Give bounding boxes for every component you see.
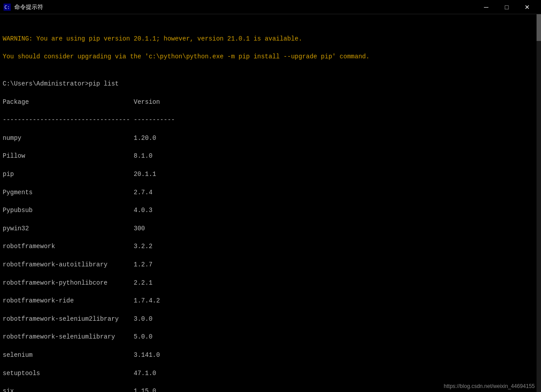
watermark: https://blog.csdn.net/weixin_44694155 — [444, 383, 535, 389]
close-button[interactable]: ✕ — [517, 0, 537, 14]
terminal-line: robotframework-pythonlibcore 2.2.1 — [3, 278, 538, 287]
terminal-line: You should consider upgrading via the 'c… — [3, 52, 538, 61]
terminal-line: pip 20.1.1 — [3, 170, 538, 179]
scrollbar[interactable] — [537, 14, 541, 392]
terminal-line: WARNING: You are using pip version 20.1.… — [3, 34, 538, 43]
title-bar: C: 命令提示符 ─ □ ✕ — [0, 0, 541, 14]
terminal-body[interactable]: WARNING: You are using pip version 20.1.… — [0, 14, 541, 392]
terminal-line: selenium 3.141.0 — [3, 351, 538, 359]
title-bar-title: 命令提示符 — [14, 3, 43, 11]
maximize-button[interactable]: □ — [496, 0, 517, 14]
terminal-line: Pillow 8.1.0 — [3, 151, 538, 160]
terminal-line: robotframework-ride 1.7.4.2 — [3, 296, 538, 305]
terminal-line: robotframework-seleniumlibrary 5.0.0 — [3, 332, 538, 341]
terminal-line: Pygments 2.7.4 — [3, 188, 538, 197]
terminal-line: robotframework 3.2.2 — [3, 242, 538, 251]
terminal-line: numpy 1.20.0 — [3, 134, 538, 143]
terminal-line: robotframework-autoitlibrary 1.2.7 — [3, 260, 538, 269]
terminal-line: Pypubsub 4.0.3 — [3, 206, 538, 215]
terminal-content: WARNING: You are using pip version 20.1.… — [3, 16, 538, 392]
window: C: 命令提示符 ─ □ ✕ WARNING: You are using pi… — [0, 0, 541, 392]
title-bar-left: C: 命令提示符 — [4, 3, 43, 11]
title-bar-controls: ─ □ ✕ — [476, 0, 537, 14]
minimize-button[interactable]: ─ — [476, 0, 496, 14]
terminal-line: pywin32 300 — [3, 224, 538, 233]
svg-text:C:: C: — [4, 5, 10, 10]
terminal-line: Package Version — [3, 98, 538, 106]
terminal-line: ---------------------------------- -----… — [3, 115, 538, 124]
scrollbar-thumb[interactable] — [537, 14, 541, 41]
terminal-line: C:\Users\Administrator>pip list — [3, 79, 538, 88]
cmd-icon: C: — [4, 4, 11, 11]
terminal-line: setuptools 47.1.0 — [3, 369, 538, 378]
terminal-line: robotframework-selenium2library 3.0.0 — [3, 314, 538, 323]
